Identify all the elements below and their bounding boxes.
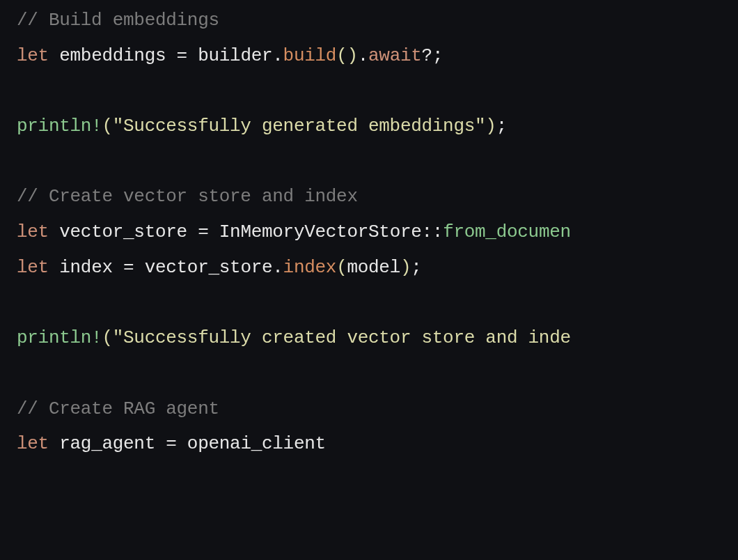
comment-line: // Create vector store and index <box>17 186 358 207</box>
type-name: InMemoryVectorStore <box>208 221 421 242</box>
paren-close: ) <box>485 116 496 137</box>
keyword-let: let <box>17 433 49 454</box>
identifier: openai_client <box>177 433 326 454</box>
argument: model <box>347 257 400 278</box>
method-call: index <box>283 257 337 278</box>
paren-close: ) <box>400 257 411 278</box>
macro-call: println! <box>17 327 102 348</box>
punct-semi: ; <box>496 116 507 137</box>
keyword-let: let <box>17 257 49 278</box>
keyword-let: let <box>17 221 49 242</box>
comment-line: // Create RAG agent <box>17 398 219 419</box>
paren-open: ( <box>102 327 112 348</box>
punct-dot: . <box>272 45 283 66</box>
code-block: // Build embeddings let embeddings = bui… <box>0 0 738 462</box>
macro-call: println! <box>17 116 102 137</box>
parens: () <box>336 45 358 66</box>
paren-open: ( <box>336 257 347 278</box>
static-method: from_documen <box>443 221 571 242</box>
punct-semi: ; <box>432 45 443 66</box>
keyword-await: await <box>368 45 422 66</box>
operator-eq: = <box>123 257 134 278</box>
identifier: builder <box>187 45 272 66</box>
comment-line: // Build embeddings <box>17 10 219 31</box>
identifier: embeddings <box>49 45 177 66</box>
method-call: build <box>283 45 337 66</box>
string-literal: "Successfully created vector store and i… <box>113 327 571 348</box>
identifier: vector_store <box>134 257 272 278</box>
paren-open: ( <box>102 116 112 137</box>
punct-colons: :: <box>422 221 443 242</box>
operator-eq: = <box>177 45 187 66</box>
punct-dot: . <box>272 257 283 278</box>
identifier: index <box>49 257 123 278</box>
identifier: rag_agent <box>49 433 166 454</box>
punct-dot: . <box>358 45 368 66</box>
operator-eq: = <box>198 221 208 242</box>
keyword-let: let <box>17 45 49 66</box>
punct-semi: ; <box>411 257 421 278</box>
identifier: vector_store <box>49 221 198 242</box>
string-literal: "Successfully generated embeddings" <box>113 116 486 137</box>
operator-eq: = <box>166 433 176 454</box>
punct-qmark: ? <box>422 45 432 66</box>
